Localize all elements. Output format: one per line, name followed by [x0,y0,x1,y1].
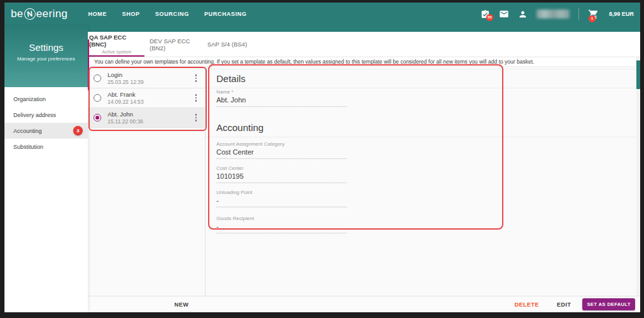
approvals-count-badge: 55 [486,14,493,21]
mail-envelope-icon [499,9,509,19]
sidebar-item-label: Accounting [13,128,42,134]
menu-item-purchasing[interactable]: PURCHASING [204,11,247,17]
template-row-login[interactable]: Login 25.03.25 12:39 [88,69,205,88]
field-label: Account Assignment Category [216,141,496,147]
radio-checked-icon[interactable] [94,114,101,121]
cart-count-badge: 1 [589,15,596,22]
info-bar: You can define your own templates for ac… [88,57,640,67]
settings-header: Settings Manage your preferences [4,25,88,87]
set-as-default-button[interactable]: SET AS DEFAULT [582,298,635,310]
system-tabbar: QA SAP ECC (BNC) Active system DEV SAP E… [88,32,640,57]
navbar-divider [578,8,579,20]
template-list: Login 25.03.25 12:39 Abt. Frank 14.09.22… [88,69,205,128]
menu-item-shop[interactable]: SHOP [122,11,140,17]
settings-nav: Organization Delivery address Accounting… [4,91,88,155]
active-tab-underline [89,55,144,57]
kebab-menu-icon[interactable] [193,93,199,102]
field-account-assignment-category: Account Assignment Category Cost Center [216,141,496,159]
template-name: Abt. John [108,111,143,118]
sidebar-item-label: Delivery address [13,112,56,118]
edit-button[interactable]: EDIT [557,301,571,308]
kebab-menu-icon[interactable] [193,113,199,122]
field-label: Unloading Point [216,190,496,195]
template-row-abt-john[interactable]: Abt. John 15.11.22 00:36 [88,108,205,128]
details-heading: Details [216,74,496,84]
tab-label: SAP S/4 (BS4) [207,41,248,48]
field-cost-center: Cost Center 1010195 [216,165,496,183]
tab-sap-s4-bs4[interactable]: SAP S/4 (BS4) [206,32,249,57]
template-timestamp: 25.03.25 12:39 [108,79,144,85]
app-window: be N eering HOME SHOP SOURCING PURCHASIN… [4,3,640,312]
radio-unchecked-icon[interactable] [94,94,101,102]
cart-total[interactable]: 8,99 EUR [609,11,634,17]
sidebar-item-label: Organization [13,96,46,102]
sidebar-item-accounting[interactable]: Accounting 3 [4,123,88,139]
beneering-logo[interactable]: be N eering [11,8,67,20]
details-panel: Details Name * Abt. John Accounting Acco… [216,67,496,233]
action-bar-right: DELETE EDIT SET AS DEFAULT [514,296,635,312]
delete-button[interactable]: DELETE [514,301,539,308]
field-label: Goods Recipient [216,216,496,221]
info-text: You can define your own templates for ac… [88,59,534,65]
tab-label: QA SAP ECC (BNC) [89,34,144,48]
menu-item-sourcing[interactable]: SOURCING [155,11,189,17]
user-name-redacted [536,10,570,18]
page-title: Settings [4,42,88,53]
person-icon [518,10,528,19]
field-value: Cost Center [216,148,347,159]
tab-dev-sap-ecc-bn2[interactable]: DEV SAP ECC (BN2) [150,32,199,57]
main-content: QA SAP ECC (BNC) Active system DEV SAP E… [88,25,640,312]
field-value: 1010195 [216,172,347,183]
scrollbar-thumb[interactable] [636,60,640,89]
name-field-label: Name * [216,89,496,95]
user-account-icon[interactable] [518,10,528,19]
field-value: - [216,223,347,233]
template-timestamp: 14.09.22 14:53 [108,99,144,105]
radio-unchecked-icon[interactable] [94,74,101,82]
tab-qa-sap-ecc-bnc[interactable]: QA SAP ECC (BNC) Active system [89,32,144,57]
messages-icon[interactable] [499,9,509,19]
logo-n-circle: N [24,8,36,20]
list-details-divider [205,67,206,312]
accounting-heading: Accounting [216,123,496,133]
main-menu: HOME SHOP SOURCING PURCHASING [88,11,246,17]
name-field-value: Abt. John [216,96,347,107]
field-unloading-point: Unloading Point - [216,190,496,207]
sidebar-item-organization[interactable]: Organization [4,91,88,107]
cart-button[interactable]: 1 [588,9,599,20]
field-goods-recipient: Goods Recipient - [216,216,496,233]
top-navbar: be N eering HOME SHOP SOURCING PURCHASIN… [4,3,640,25]
template-timestamp: 15.11.22 00:36 [108,118,143,125]
template-name: Login [108,71,144,78]
navbar-right-icons: 55 1 8,99 EUR [480,3,634,25]
scrollbar-track[interactable] [636,57,640,296]
accounting-count-badge: 3 [73,126,83,135]
field-label: Cost Center [216,165,496,171]
screenshot-frame: be N eering HOME SHOP SOURCING PURCHASIN… [0,0,644,318]
logo-text-prefix: be [11,8,24,20]
logo-text-suffix: eering [36,8,68,20]
template-name: Abt. Frank [108,91,144,98]
approvals-icon[interactable]: 55 [480,10,490,19]
tab-sublabel: Active system [102,49,131,55]
sidebar-item-label: Substitution [13,144,43,150]
new-button[interactable]: NEW [169,296,194,312]
sidebar-item-substitution[interactable]: Substitution [4,139,88,155]
template-row-abt-frank[interactable]: Abt. Frank 14.09.22 14:53 [88,88,205,108]
page-subtitle: Manage your preferences [4,56,88,62]
field-value: - [216,197,347,207]
menu-item-home[interactable]: HOME [88,11,106,17]
sidebar-accent-line [88,39,89,90]
teal-top-strip [88,25,640,32]
kebab-menu-icon[interactable] [193,74,199,83]
sidebar-item-delivery-address[interactable]: Delivery address [4,107,88,123]
settings-sidebar: Settings Manage your preferences Organiz… [4,25,88,312]
tab-label: DEV SAP ECC (BN2) [150,38,199,52]
action-bar: NEW DELETE EDIT SET AS DEFAULT [88,296,640,312]
